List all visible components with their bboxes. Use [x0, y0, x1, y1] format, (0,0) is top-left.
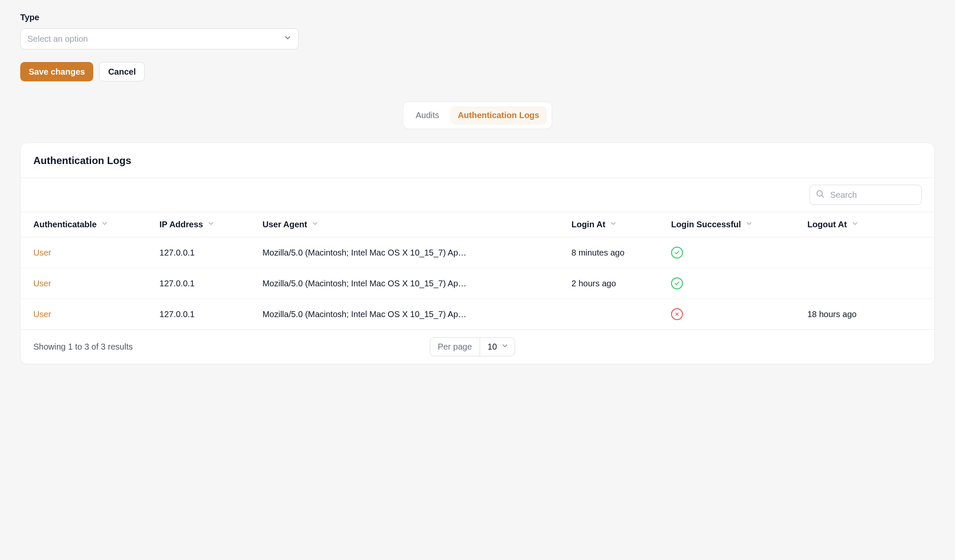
logout-at-cell: 18 hours ago — [801, 299, 908, 330]
login-success-cell — [665, 237, 801, 268]
chevron-down-icon — [851, 220, 859, 229]
column-label: Login Successful — [671, 220, 741, 229]
ip-cell: 127.0.0.1 — [154, 268, 256, 299]
column-label: Login At — [572, 220, 605, 229]
column-label: IP Address — [159, 220, 203, 229]
login-success-cell — [665, 268, 801, 299]
column-header-ip-address[interactable]: IP Address — [159, 220, 215, 229]
tab-authentication-logs[interactable]: Authentication Logs — [450, 106, 547, 124]
column-header-authenticatable[interactable]: Authenticatable — [33, 220, 108, 229]
svg-point-0 — [817, 191, 823, 196]
column-label: Logout At — [807, 220, 847, 229]
ip-cell: 127.0.0.1 — [154, 299, 256, 330]
logout-at-cell — [801, 268, 908, 299]
type-select[interactable]: Select an option — [20, 28, 299, 49]
column-header-user-agent[interactable]: User Agent — [262, 220, 319, 229]
search-input[interactable] — [809, 185, 922, 205]
check-circle-icon — [671, 247, 683, 258]
login-at-cell: 8 minutes ago — [566, 237, 665, 268]
tab-audits[interactable]: Audits — [408, 106, 447, 124]
extra-cell — [908, 268, 934, 299]
column-header-login-successful[interactable]: Login Successful — [671, 220, 753, 229]
login-success-cell — [665, 299, 801, 330]
logout-at-cell — [801, 237, 908, 268]
chevron-down-icon — [745, 220, 753, 229]
type-label: Type — [20, 13, 316, 22]
authentication-logs-table: Authenticatable IP Address User Agent — [21, 212, 934, 329]
extra-cell — [908, 237, 934, 268]
save-button[interactable]: Save changes — [20, 62, 93, 81]
chevron-down-icon — [610, 220, 617, 229]
user-agent-cell: Mozilla/5.0 (Macintosh; Intel Mac OS X 1… — [256, 237, 566, 268]
svg-line-1 — [822, 196, 823, 197]
cancel-button[interactable]: Cancel — [99, 62, 145, 81]
extra-cell — [908, 299, 934, 330]
search-icon — [815, 189, 825, 201]
login-at-cell: 2 hours ago — [566, 268, 665, 299]
login-at-cell — [566, 299, 665, 330]
panel-title: Authentication Logs — [21, 143, 934, 178]
user-agent-cell: Mozilla/5.0 (Macintosh; Intel Mac OS X 1… — [256, 268, 566, 299]
user-agent-cell: Mozilla/5.0 (Macintosh; Intel Mac OS X 1… — [256, 299, 566, 330]
chevron-down-icon — [207, 220, 215, 229]
column-label: User Agent — [262, 220, 307, 229]
type-select-placeholder: Select an option — [27, 34, 88, 44]
authenticatable-link[interactable]: User — [33, 279, 51, 288]
table-row: User127.0.0.1Mozilla/5.0 (Macintosh; Int… — [21, 268, 934, 299]
column-label: Authenticatable — [33, 220, 97, 229]
chevron-down-icon — [101, 220, 108, 229]
authenticatable-link[interactable]: User — [33, 310, 51, 319]
column-header-logout-at[interactable]: Logout At — [807, 220, 859, 229]
authentication-logs-panel: Authentication Logs Authenticatable — [20, 143, 935, 364]
column-header-login-at[interactable]: Login At — [572, 220, 617, 229]
per-page-number: 10 — [488, 342, 497, 352]
table-row: User127.0.0.1Mozilla/5.0 (Macintosh; Int… — [21, 299, 934, 330]
chevron-down-icon — [501, 342, 509, 352]
chevron-down-icon — [311, 220, 319, 229]
check-circle-icon — [671, 277, 683, 289]
table-row: User127.0.0.1Mozilla/5.0 (Macintosh; Int… — [21, 237, 934, 268]
ip-cell: 127.0.0.1 — [154, 237, 256, 268]
per-page-label: Per page — [430, 338, 480, 356]
results-summary: Showing 1 to 3 of 3 results — [33, 342, 133, 352]
per-page-select[interactable]: Per page 10 — [430, 337, 515, 356]
per-page-value[interactable]: 10 — [480, 338, 515, 356]
x-circle-icon — [671, 308, 683, 320]
tab-group: Audits Authentication Logs — [403, 102, 553, 129]
authenticatable-link[interactable]: User — [33, 248, 51, 257]
